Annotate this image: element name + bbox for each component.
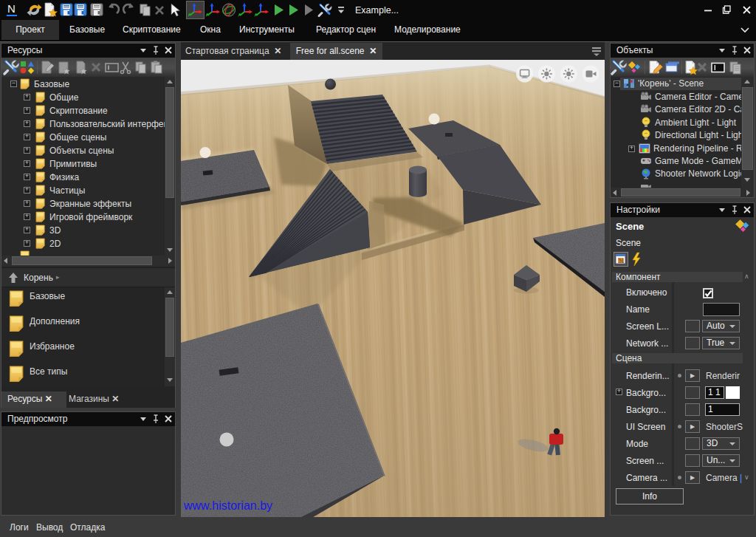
svg-text:www.historian.by: www.historian.by (183, 499, 272, 512)
svg-text:N: N (7, 2, 16, 15)
svg-text:Example...: Example... (355, 5, 399, 16)
